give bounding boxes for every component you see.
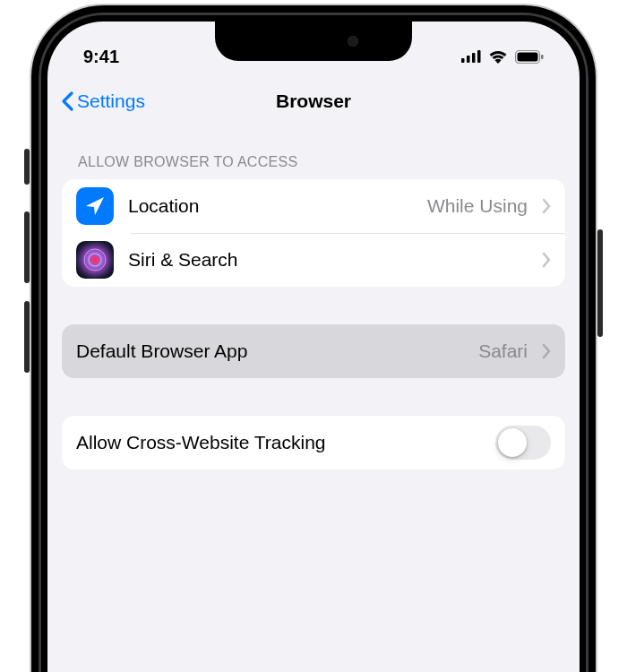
row-label: Location [128,195,413,217]
row-location[interactable]: Location While Using [62,179,565,233]
row-value: Safari [478,340,528,362]
svg-rect-6 [541,55,544,59]
back-button[interactable]: Settings [60,90,145,112]
svg-rect-3 [477,50,481,63]
cellular-icon [461,50,481,63]
row-cross-website-tracking: Allow Cross-Website Tracking [62,416,565,470]
chevron-right-icon [542,343,551,359]
chevron-right-icon [542,252,551,268]
location-icon [76,187,114,225]
svg-rect-1 [467,56,470,63]
battery-icon [515,50,544,64]
chevron-left-icon [60,90,74,112]
status-time: 9:41 [83,47,119,67]
tracking-toggle[interactable] [495,426,551,460]
wifi-icon [488,49,508,64]
svg-point-8 [89,254,101,266]
section-header-access: ALLOW BROWSER TO ACCESS [62,127,565,179]
back-label: Settings [77,90,145,112]
svg-rect-5 [518,52,538,61]
row-default-browser[interactable]: Default Browser App Safari [62,324,565,378]
row-label: Siri & Search [128,249,528,271]
siri-icon [76,241,114,279]
row-label: Default Browser App [76,340,464,362]
row-siri-search[interactable]: Siri & Search [62,233,565,287]
group-access: Location While Using Siri & Search [62,179,565,287]
nav-bar: Settings Browser [47,75,580,127]
group-default-browser: Default Browser App Safari [62,324,565,378]
row-label: Allow Cross-Website Tracking [76,432,481,453]
svg-rect-0 [461,58,465,63]
svg-rect-2 [472,53,476,63]
chevron-right-icon [542,198,551,214]
group-tracking: Allow Cross-Website Tracking [62,416,565,470]
row-value: While Using [427,195,528,217]
svg-point-7 [84,249,106,271]
